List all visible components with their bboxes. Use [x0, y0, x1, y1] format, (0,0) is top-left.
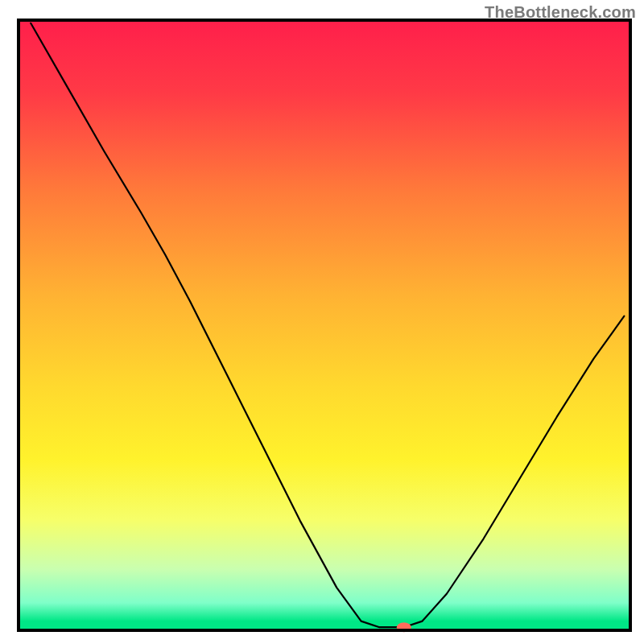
watermark-text: TheBottleneck.com [485, 3, 636, 22]
plot-background [19, 20, 630, 630]
plot-area [19, 20, 630, 632]
chart-container: { "watermark": "TheBottleneck.com", "cha… [0, 0, 644, 644]
bottleneck-chart [0, 0, 644, 644]
